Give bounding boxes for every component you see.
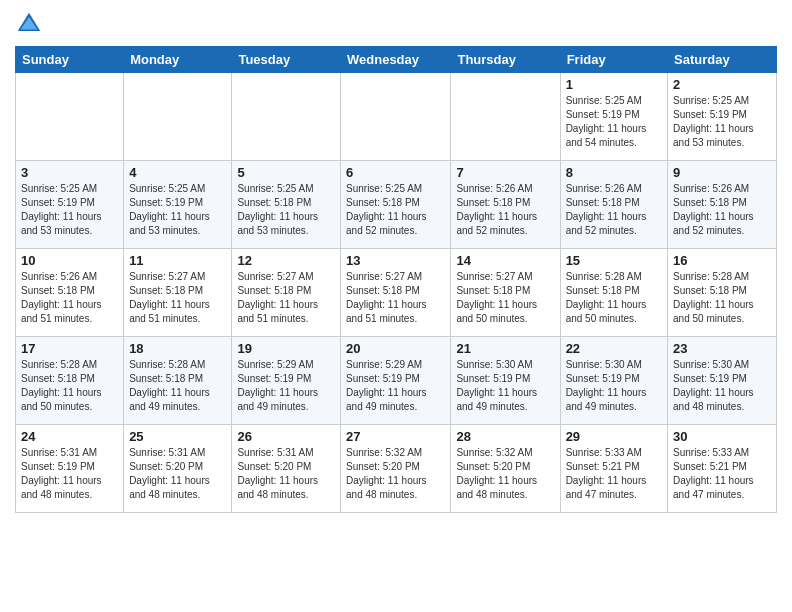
calendar-cell <box>341 73 451 161</box>
day-number: 25 <box>129 429 226 444</box>
day-number: 27 <box>346 429 445 444</box>
calendar: SundayMondayTuesdayWednesdayThursdayFrid… <box>15 46 777 513</box>
day-number: 13 <box>346 253 445 268</box>
day-number: 26 <box>237 429 335 444</box>
calendar-cell <box>451 73 560 161</box>
calendar-cell: 23Sunrise: 5:30 AM Sunset: 5:19 PM Dayli… <box>668 337 777 425</box>
day-info: Sunrise: 5:32 AM Sunset: 5:20 PM Dayligh… <box>456 446 554 502</box>
calendar-cell: 28Sunrise: 5:32 AM Sunset: 5:20 PM Dayli… <box>451 425 560 513</box>
day-info: Sunrise: 5:30 AM Sunset: 5:19 PM Dayligh… <box>566 358 662 414</box>
calendar-cell: 21Sunrise: 5:30 AM Sunset: 5:19 PM Dayli… <box>451 337 560 425</box>
day-info: Sunrise: 5:27 AM Sunset: 5:18 PM Dayligh… <box>456 270 554 326</box>
header <box>15 10 777 38</box>
day-info: Sunrise: 5:25 AM Sunset: 5:18 PM Dayligh… <box>237 182 335 238</box>
day-number: 24 <box>21 429 118 444</box>
day-info: Sunrise: 5:28 AM Sunset: 5:18 PM Dayligh… <box>21 358 118 414</box>
day-info: Sunrise: 5:25 AM Sunset: 5:19 PM Dayligh… <box>21 182 118 238</box>
day-number: 17 <box>21 341 118 356</box>
day-number: 14 <box>456 253 554 268</box>
calendar-cell: 18Sunrise: 5:28 AM Sunset: 5:18 PM Dayli… <box>124 337 232 425</box>
calendar-header-monday: Monday <box>124 47 232 73</box>
day-number: 7 <box>456 165 554 180</box>
calendar-cell: 29Sunrise: 5:33 AM Sunset: 5:21 PM Dayli… <box>560 425 667 513</box>
calendar-cell: 3Sunrise: 5:25 AM Sunset: 5:19 PM Daylig… <box>16 161 124 249</box>
calendar-cell: 7Sunrise: 5:26 AM Sunset: 5:18 PM Daylig… <box>451 161 560 249</box>
calendar-header-sunday: Sunday <box>16 47 124 73</box>
day-number: 4 <box>129 165 226 180</box>
calendar-cell: 20Sunrise: 5:29 AM Sunset: 5:19 PM Dayli… <box>341 337 451 425</box>
day-info: Sunrise: 5:31 AM Sunset: 5:20 PM Dayligh… <box>237 446 335 502</box>
calendar-cell: 24Sunrise: 5:31 AM Sunset: 5:19 PM Dayli… <box>16 425 124 513</box>
logo-icon <box>15 10 43 38</box>
calendar-cell <box>124 73 232 161</box>
calendar-header-tuesday: Tuesday <box>232 47 341 73</box>
calendar-cell: 6Sunrise: 5:25 AM Sunset: 5:18 PM Daylig… <box>341 161 451 249</box>
day-info: Sunrise: 5:28 AM Sunset: 5:18 PM Dayligh… <box>129 358 226 414</box>
day-number: 1 <box>566 77 662 92</box>
day-number: 20 <box>346 341 445 356</box>
day-info: Sunrise: 5:32 AM Sunset: 5:20 PM Dayligh… <box>346 446 445 502</box>
calendar-cell: 8Sunrise: 5:26 AM Sunset: 5:18 PM Daylig… <box>560 161 667 249</box>
day-info: Sunrise: 5:25 AM Sunset: 5:18 PM Dayligh… <box>346 182 445 238</box>
day-number: 5 <box>237 165 335 180</box>
day-info: Sunrise: 5:27 AM Sunset: 5:18 PM Dayligh… <box>129 270 226 326</box>
day-number: 2 <box>673 77 771 92</box>
calendar-cell: 30Sunrise: 5:33 AM Sunset: 5:21 PM Dayli… <box>668 425 777 513</box>
day-info: Sunrise: 5:30 AM Sunset: 5:19 PM Dayligh… <box>456 358 554 414</box>
day-number: 6 <box>346 165 445 180</box>
day-number: 8 <box>566 165 662 180</box>
calendar-cell: 10Sunrise: 5:26 AM Sunset: 5:18 PM Dayli… <box>16 249 124 337</box>
day-info: Sunrise: 5:30 AM Sunset: 5:19 PM Dayligh… <box>673 358 771 414</box>
day-info: Sunrise: 5:29 AM Sunset: 5:19 PM Dayligh… <box>346 358 445 414</box>
calendar-cell: 15Sunrise: 5:28 AM Sunset: 5:18 PM Dayli… <box>560 249 667 337</box>
day-number: 11 <box>129 253 226 268</box>
day-number: 30 <box>673 429 771 444</box>
calendar-cell: 12Sunrise: 5:27 AM Sunset: 5:18 PM Dayli… <box>232 249 341 337</box>
day-number: 10 <box>21 253 118 268</box>
page: SundayMondayTuesdayWednesdayThursdayFrid… <box>0 0 792 528</box>
day-info: Sunrise: 5:25 AM Sunset: 5:19 PM Dayligh… <box>566 94 662 150</box>
day-number: 18 <box>129 341 226 356</box>
calendar-cell: 22Sunrise: 5:30 AM Sunset: 5:19 PM Dayli… <box>560 337 667 425</box>
day-number: 12 <box>237 253 335 268</box>
calendar-cell: 11Sunrise: 5:27 AM Sunset: 5:18 PM Dayli… <box>124 249 232 337</box>
day-info: Sunrise: 5:26 AM Sunset: 5:18 PM Dayligh… <box>456 182 554 238</box>
day-info: Sunrise: 5:26 AM Sunset: 5:18 PM Dayligh… <box>566 182 662 238</box>
logo <box>15 10 47 38</box>
day-number: 9 <box>673 165 771 180</box>
day-info: Sunrise: 5:26 AM Sunset: 5:18 PM Dayligh… <box>673 182 771 238</box>
calendar-cell: 17Sunrise: 5:28 AM Sunset: 5:18 PM Dayli… <box>16 337 124 425</box>
calendar-week-0: 1Sunrise: 5:25 AM Sunset: 5:19 PM Daylig… <box>16 73 777 161</box>
calendar-cell: 5Sunrise: 5:25 AM Sunset: 5:18 PM Daylig… <box>232 161 341 249</box>
day-number: 29 <box>566 429 662 444</box>
calendar-header-row: SundayMondayTuesdayWednesdayThursdayFrid… <box>16 47 777 73</box>
day-number: 3 <box>21 165 118 180</box>
calendar-cell: 16Sunrise: 5:28 AM Sunset: 5:18 PM Dayli… <box>668 249 777 337</box>
calendar-cell: 19Sunrise: 5:29 AM Sunset: 5:19 PM Dayli… <box>232 337 341 425</box>
calendar-week-4: 24Sunrise: 5:31 AM Sunset: 5:19 PM Dayli… <box>16 425 777 513</box>
calendar-cell: 25Sunrise: 5:31 AM Sunset: 5:20 PM Dayli… <box>124 425 232 513</box>
day-info: Sunrise: 5:29 AM Sunset: 5:19 PM Dayligh… <box>237 358 335 414</box>
day-number: 21 <box>456 341 554 356</box>
day-info: Sunrise: 5:27 AM Sunset: 5:18 PM Dayligh… <box>346 270 445 326</box>
calendar-header-friday: Friday <box>560 47 667 73</box>
day-number: 15 <box>566 253 662 268</box>
day-info: Sunrise: 5:28 AM Sunset: 5:18 PM Dayligh… <box>566 270 662 326</box>
calendar-cell <box>16 73 124 161</box>
day-info: Sunrise: 5:31 AM Sunset: 5:20 PM Dayligh… <box>129 446 226 502</box>
calendar-cell: 14Sunrise: 5:27 AM Sunset: 5:18 PM Dayli… <box>451 249 560 337</box>
day-info: Sunrise: 5:33 AM Sunset: 5:21 PM Dayligh… <box>566 446 662 502</box>
calendar-week-3: 17Sunrise: 5:28 AM Sunset: 5:18 PM Dayli… <box>16 337 777 425</box>
day-info: Sunrise: 5:28 AM Sunset: 5:18 PM Dayligh… <box>673 270 771 326</box>
day-number: 28 <box>456 429 554 444</box>
day-number: 16 <box>673 253 771 268</box>
calendar-cell: 9Sunrise: 5:26 AM Sunset: 5:18 PM Daylig… <box>668 161 777 249</box>
day-info: Sunrise: 5:25 AM Sunset: 5:19 PM Dayligh… <box>129 182 226 238</box>
day-number: 23 <box>673 341 771 356</box>
calendar-cell <box>232 73 341 161</box>
calendar-cell: 1Sunrise: 5:25 AM Sunset: 5:19 PM Daylig… <box>560 73 667 161</box>
calendar-header-wednesday: Wednesday <box>341 47 451 73</box>
calendar-header-saturday: Saturday <box>668 47 777 73</box>
day-info: Sunrise: 5:26 AM Sunset: 5:18 PM Dayligh… <box>21 270 118 326</box>
day-info: Sunrise: 5:31 AM Sunset: 5:19 PM Dayligh… <box>21 446 118 502</box>
